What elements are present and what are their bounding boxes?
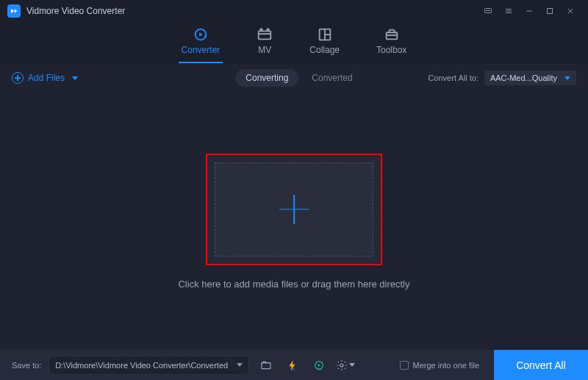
convert-all-button[interactable]: Convert All bbox=[494, 350, 588, 380]
collage-icon bbox=[317, 27, 333, 42]
output-format-value: AAC-Med...Quality bbox=[490, 74, 557, 82]
svg-text:ON: ON bbox=[290, 368, 295, 371]
bottom-bar: Save to: D:\Vidmore\Vidmore Video Conver… bbox=[0, 350, 588, 380]
main-nav: Converter MV Collage Toolbox bbox=[0, 22, 588, 63]
mv-icon bbox=[257, 27, 273, 42]
drop-zone[interactable] bbox=[215, 162, 373, 257]
svg-rect-12 bbox=[259, 31, 271, 39]
open-folder-button[interactable] bbox=[257, 356, 276, 375]
highlight-box bbox=[206, 154, 382, 265]
tab-mv[interactable]: MV bbox=[257, 27, 273, 58]
tab-label: Toolbox bbox=[376, 45, 406, 55]
tab-label: Converter bbox=[182, 45, 220, 55]
settings-button[interactable] bbox=[336, 356, 355, 375]
svg-point-1 bbox=[487, 10, 487, 11]
save-path-selector[interactable]: D:\Vidmore\Vidmore Video Converter\Conve… bbox=[49, 356, 249, 375]
merge-label: Merge into one file bbox=[413, 361, 480, 370]
converting-tab[interactable]: Converting bbox=[235, 69, 298, 87]
svg-point-24 bbox=[340, 364, 343, 367]
svg-rect-20 bbox=[262, 362, 270, 368]
svg-text:ON: ON bbox=[317, 368, 321, 371]
convert-all-to-label: Convert All to: bbox=[428, 74, 478, 82]
drop-hint-text: Click here to add media files or drag th… bbox=[178, 279, 409, 290]
sub-toolbar: Add Files Converting Converted Convert A… bbox=[0, 63, 588, 93]
save-to-label: Save to: bbox=[12, 361, 41, 370]
add-files-button[interactable]: Add Files bbox=[12, 72, 78, 84]
checkbox-icon bbox=[400, 361, 409, 370]
tab-converter[interactable]: Converter bbox=[182, 27, 220, 58]
chevron-down-icon bbox=[349, 363, 355, 367]
tab-label: MV bbox=[258, 45, 271, 55]
plus-circle-icon bbox=[12, 72, 24, 84]
merge-checkbox[interactable]: Merge into one file bbox=[400, 361, 480, 370]
chevron-down-icon bbox=[564, 76, 570, 80]
maximize-button[interactable] bbox=[539, 0, 560, 22]
tab-collage[interactable]: Collage bbox=[309, 27, 340, 58]
tab-label: Collage bbox=[309, 45, 340, 55]
feedback-icon[interactable] bbox=[478, 0, 498, 22]
toolbox-icon bbox=[384, 27, 400, 42]
svg-point-3 bbox=[490, 10, 490, 11]
minimize-button[interactable] bbox=[519, 0, 539, 22]
app-title: Vidmore Video Converter bbox=[26, 6, 125, 16]
converted-tab[interactable]: Converted bbox=[312, 73, 352, 83]
svg-rect-8 bbox=[548, 9, 553, 14]
main-area: Click here to add media files or drag th… bbox=[0, 93, 588, 350]
chevron-down-icon bbox=[237, 363, 243, 367]
menu-icon[interactable] bbox=[498, 0, 519, 22]
converter-icon bbox=[193, 27, 209, 42]
high-speed-button[interactable]: ON bbox=[309, 356, 329, 375]
chevron-down-icon bbox=[72, 76, 78, 80]
save-path-value: D:\Vidmore\Vidmore Video Converter\Conve… bbox=[55, 361, 228, 370]
output-format-selector[interactable]: AAC-Med...Quality bbox=[484, 71, 576, 85]
app-logo-icon bbox=[7, 4, 21, 18]
plus-icon bbox=[279, 195, 309, 224]
svg-point-14 bbox=[268, 29, 270, 31]
drop-zone-wrap bbox=[207, 155, 381, 264]
titlebar: Vidmore Video Converter bbox=[0, 0, 588, 22]
tab-toolbox[interactable]: Toolbox bbox=[376, 27, 406, 58]
gpu-accel-button[interactable]: ON bbox=[283, 356, 302, 375]
close-button[interactable] bbox=[560, 0, 581, 22]
svg-point-13 bbox=[260, 29, 262, 31]
add-files-label: Add Files bbox=[28, 73, 65, 83]
svg-point-2 bbox=[488, 10, 489, 11]
